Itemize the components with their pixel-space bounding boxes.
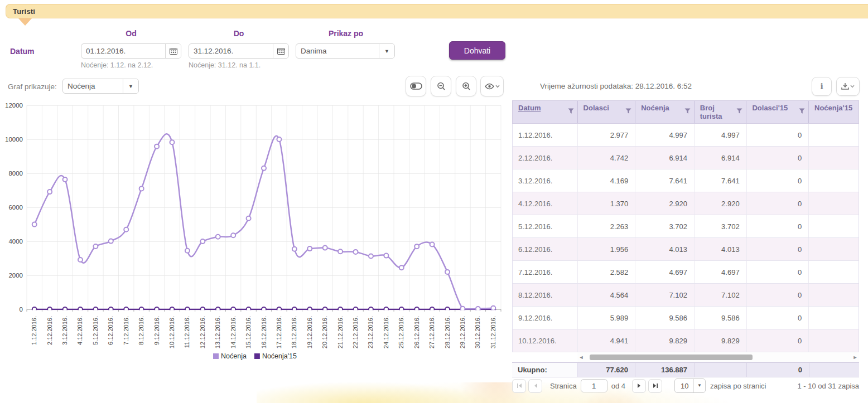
date-from-input[interactable] — [81, 44, 165, 58]
filter-icon-wrap[interactable] — [568, 108, 574, 114]
table-cell: 2.582 — [578, 261, 636, 283]
table-row[interactable]: 6.12.2016.1.9564.0134.0130 — [513, 238, 859, 261]
table-row[interactable]: 10.12.2016.4.9419.8299.8290 — [513, 329, 859, 352]
filter-icon-wrap[interactable] — [625, 108, 631, 114]
svg-text:22.12.2016.: 22.12.2016. — [352, 316, 359, 348]
column-header-4[interactable]: Broj turista — [695, 101, 747, 123]
datum-label: Datum — [10, 47, 35, 56]
table-cell — [809, 284, 859, 306]
svg-text:10.12.2016.: 10.12.2016. — [168, 316, 175, 348]
horizontal-scrollbar[interactable]: ◄ ► — [577, 352, 859, 362]
table-row[interactable]: 5.12.2016.2.2633.7023.7020 — [513, 215, 859, 238]
date-to-input[interactable] — [189, 44, 273, 58]
column-title[interactable]: Dolasci — [584, 104, 609, 113]
table-cell: 4.013 — [695, 238, 747, 260]
svg-text:27.12.2016.: 27.12.2016. — [428, 316, 435, 348]
column-header-6[interactable]: Noćenja'15 — [809, 101, 859, 123]
prev-page-icon — [533, 383, 538, 389]
dohvati-button[interactable]: Dohvati — [449, 41, 505, 60]
table-row[interactable]: 4.12.2016.1.3702.9202.9200 — [513, 192, 859, 215]
next-page-button[interactable] — [632, 379, 646, 393]
svg-text:1.12.2016.: 1.12.2016. — [31, 316, 37, 345]
svg-text:21.12.2016.: 21.12.2016. — [337, 316, 344, 348]
chart-toggle-button[interactable] — [406, 76, 426, 96]
scroll-left-icon[interactable]: ◄ — [577, 352, 585, 362]
table-cell: 9.829 — [635, 329, 695, 352]
table-row[interactable]: 2.12.2016.4.7426.9146.9140 — [513, 147, 859, 169]
svg-text:15.12.2016.: 15.12.2016. — [245, 316, 252, 348]
pager-range-label: 1 - 10 od 31 zapisa — [797, 382, 859, 390]
filter-icon-wrap[interactable] — [799, 108, 805, 114]
prikaz-po-dropdown[interactable]: ▼ — [296, 43, 395, 59]
table-row[interactable]: 8.12.2016.4.5647.1027.1020 — [513, 284, 859, 307]
table-cell: 0 — [747, 307, 809, 329]
scroll-right-icon[interactable]: ► — [851, 352, 859, 362]
table-cell: 4.697 — [635, 261, 695, 283]
series-visibility-button[interactable] — [480, 76, 504, 96]
table-row[interactable]: 1.12.2016.2.9774.9974.9970 — [513, 124, 859, 147]
filter-icon — [684, 108, 691, 114]
calendar-icon[interactable] — [165, 44, 181, 58]
column-header-2[interactable]: Dolasci — [578, 101, 636, 123]
totals-cell — [809, 363, 859, 377]
column-title[interactable]: Datum — [518, 104, 541, 113]
column-header-5[interactable]: Dolasci'15 — [746, 101, 809, 123]
svg-text:17.12.2016.: 17.12.2016. — [276, 316, 282, 348]
grid-body: 1.12.2016.2.9774.9974.99702.12.2016.4.74… — [512, 124, 859, 352]
prev-page-button[interactable] — [528, 379, 542, 393]
filter-icon-wrap[interactable] — [684, 108, 691, 114]
graf-prikazuje-label: Graf prikazuje: — [8, 82, 57, 91]
svg-text:14.12.2016.: 14.12.2016. — [230, 316, 237, 348]
svg-text:5.12.2016.: 5.12.2016. — [92, 316, 99, 345]
table-cell: 2.977 — [578, 124, 636, 146]
export-button[interactable] — [836, 77, 860, 96]
table-cell: 6.12.2016. — [513, 238, 578, 260]
svg-text:19.12.2016.: 19.12.2016. — [306, 316, 313, 348]
date-to-group — [189, 43, 289, 59]
table-row[interactable]: 9.12.2016.5.9899.5869.5860 — [513, 307, 859, 329]
table-cell: 2.12.2016. — [513, 147, 578, 169]
chart-area[interactable]: 0200040006000800010000120001.12.2016.2.1… — [2, 101, 505, 370]
zoom-in-button[interactable] — [456, 76, 476, 96]
scrollbar-thumb[interactable] — [590, 355, 753, 360]
chevron-down-icon[interactable]: ▼ — [379, 44, 394, 58]
zoom-out-button[interactable] — [431, 76, 451, 96]
table-cell: 10.12.2016. — [513, 329, 578, 352]
last-page-button[interactable] — [648, 379, 662, 393]
chart-svg: 0200040006000800010000120001.12.2016.2.1… — [2, 101, 505, 370]
table-cell: 6.914 — [635, 147, 695, 169]
svg-text:24.12.2016.: 24.12.2016. — [383, 316, 389, 348]
table-row[interactable]: 3.12.2016.4.1697.6417.6410 — [513, 169, 859, 192]
column-title[interactable]: Dolasci'15 — [752, 104, 788, 113]
table-cell: 3.702 — [635, 215, 695, 237]
column-title[interactable]: Noćenja'15 — [814, 104, 852, 113]
info-button[interactable]: i — [812, 77, 832, 96]
totals-cell: 136.887 — [635, 363, 695, 377]
table-row[interactable]: 7.12.2016.2.5824.6974.6970 — [513, 261, 859, 284]
calendar-icon[interactable] — [273, 44, 288, 58]
svg-text:6.12.2016.: 6.12.2016. — [107, 316, 114, 345]
top-tab-bar: Turisti — [6, 4, 868, 18]
table-cell: 4.564 — [578, 284, 636, 306]
column-header-1[interactable]: Datum — [513, 101, 578, 123]
column-title[interactable]: Broj turista — [700, 104, 734, 121]
filter-icon-wrap[interactable] — [736, 108, 742, 114]
grid-header-row: DatumDolasciNoćenjaBroj turistaDolasci'1… — [512, 100, 859, 124]
table-cell: 0 — [747, 147, 809, 169]
zoom-in-icon — [462, 82, 471, 91]
svg-text:12.12.2016.: 12.12.2016. — [199, 316, 206, 348]
svg-text:20.12.2016.: 20.12.2016. — [321, 316, 328, 348]
column-title[interactable]: Noćenja — [641, 104, 669, 113]
grid-totals-row: Ukupno:77.620136.8870 — [512, 362, 859, 377]
tab-turisti[interactable]: Turisti — [13, 7, 35, 16]
chevron-down-icon[interactable]: ▼ — [123, 79, 138, 93]
table-cell — [809, 124, 859, 146]
page-number-input[interactable] — [581, 379, 607, 392]
table-cell — [809, 329, 859, 352]
column-header-3[interactable]: Noćenja — [635, 101, 695, 123]
first-page-button[interactable] — [512, 379, 526, 393]
graf-prikazuje-dropdown[interactable]: ▼ — [62, 79, 139, 94]
page-size-dropdown[interactable]: 10 ▼ — [674, 378, 706, 393]
table-cell: 1.370 — [578, 192, 636, 215]
table-cell: 4.697 — [695, 261, 747, 283]
